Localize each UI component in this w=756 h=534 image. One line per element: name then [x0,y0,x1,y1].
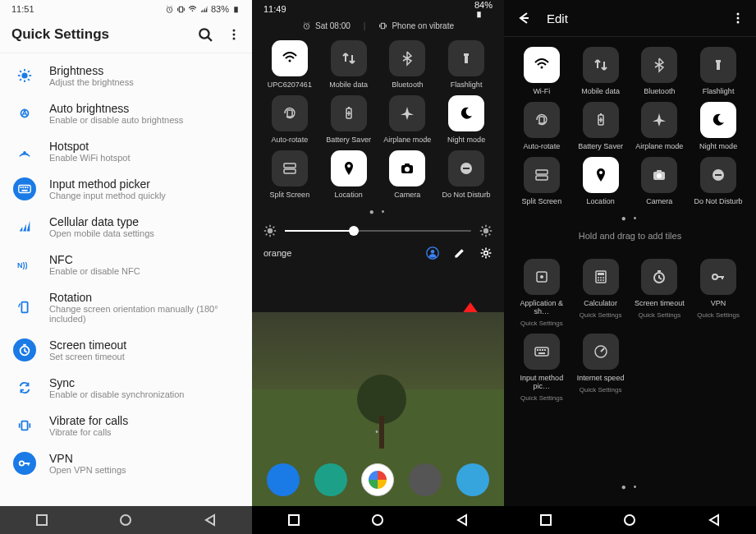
tile[interactable]: UPC6207461 [260,40,319,89]
tile-sublabel: Quick Settings [580,386,622,394]
status-time: 11:49 [263,4,286,14]
tile[interactable]: Split Screen [512,157,571,205]
brightness-auto-icon[interactable] [479,224,493,237]
hint-text: Hold and drag to add tiles [504,231,756,241]
vpn-icon [13,452,36,475]
more-icon[interactable] [731,12,745,25]
list-item[interactable]: Auto brightness Enable or disable auto b… [0,94,252,132]
tile[interactable]: Mobile data [319,40,378,89]
list-item[interactable]: Rotation Change screen orientation manua… [0,283,252,331]
tile[interactable]: Location [571,157,630,205]
list-item[interactable]: Brightness Adjust the brightness [0,57,252,94]
airplane-tile-icon [389,95,425,131]
tile-label: Bluetooth [644,87,675,95]
tile[interactable]: Battery Saver [571,102,630,150]
nav-back-icon[interactable] [706,512,722,528]
page-dots: ● • [252,207,504,216]
tile[interactable]: Airplane mode [378,95,438,144]
edit-panel: Edit Wi-Fi Mobile data Bluetooth Flashli… [504,0,756,534]
tile[interactable]: Camera [378,150,438,199]
tile[interactable]: Flashlight [437,40,496,89]
tile-label: Split Screen [270,191,310,199]
ringer-text: Phone on vibrate [392,21,454,30]
edit-icon[interactable] [453,246,466,260]
item-title: Rotation [49,291,239,304]
tile[interactable]: Airplane mode [630,102,690,150]
hotspot-icon [13,140,36,163]
more-icon[interactable] [227,28,241,41]
nav-back-icon[interactable] [202,512,218,528]
nav-home-icon[interactable] [621,512,638,528]
tile[interactable]: VPN Quick Settings [689,259,748,327]
tile-label: Screen timeout [635,299,685,307]
tile[interactable]: Night mode [437,95,496,144]
nav-back-icon[interactable] [454,512,470,528]
nav-bar [252,506,504,534]
status-bar: 11:51 83% [0,0,252,18]
dock-messages-icon[interactable] [314,463,347,496]
tile[interactable]: Split Screen [260,150,319,199]
back-icon[interactable] [515,10,532,26]
tile[interactable]: Screen timeout Quick Settings [630,259,690,327]
list-item[interactable]: NFC Enable or disable NFC [0,246,252,283]
tile[interactable]: Auto-rotate [512,102,571,150]
splitscreen-tile-icon [524,157,560,193]
gear-icon[interactable] [479,246,493,260]
list-item[interactable]: Sync Enable or disable synchronization [0,369,252,407]
tile[interactable]: Location [319,150,378,199]
tile-sublabel: Quick Settings [639,311,681,319]
item-title: NFC [49,253,140,266]
keyboard-icon [13,177,36,200]
tile[interactable]: Auto-rotate [260,95,319,144]
dnd-tile-icon [700,157,736,193]
nav-recent-icon[interactable] [538,512,554,528]
tile[interactable]: Camera [630,157,690,205]
tile[interactable]: Do Not Disturb [689,157,748,205]
list-item[interactable]: Cellular data type Open mobile data sett… [0,208,252,246]
tile[interactable]: Do Not Disturb [437,150,496,199]
page-title: Edit [547,12,568,25]
item-subtitle: Enable WiFi hotspot [49,153,130,163]
tile-label: Do Not Disturb [694,197,743,205]
tile-label: Application & sh… [512,299,571,315]
dock-camera-icon[interactable] [409,463,442,496]
tile-label: UPC6207461 [268,81,312,89]
nightmode-tile-icon [700,102,736,138]
dock-phone-icon[interactable] [267,463,300,496]
tile[interactable]: Wi-Fi [512,47,571,95]
tile[interactable]: Calculator Quick Settings [571,259,630,327]
tile[interactable]: Flashlight [689,47,748,95]
autorotate-tile-icon [272,95,308,131]
list-item[interactable]: Input method picker Change input method … [0,170,252,208]
tile[interactable]: Bluetooth [378,40,438,89]
search-icon[interactable] [198,27,213,42]
nav-home-icon[interactable] [117,512,134,528]
nav-home-icon[interactable] [369,512,386,528]
tile[interactable]: Input method pic… Quick Settings [512,334,571,402]
tile[interactable]: Application & sh… Quick Settings [512,259,571,327]
list-item[interactable]: Hotspot Enable WiFi hotspot [0,132,252,170]
user-icon[interactable] [425,246,440,260]
tile[interactable]: Bluetooth [630,47,690,95]
tile[interactable]: Mobile data [571,47,630,95]
app-tile-icon [524,259,560,295]
tile-sublabel: Quick Settings [520,394,563,402]
tile-label: Input method pic… [512,374,571,390]
item-title: Cellular data type [49,215,154,228]
tile[interactable]: Night mode [689,102,748,150]
list-item[interactable]: Vibrate for calls Vibrate for calls [0,407,252,444]
nav-recent-icon[interactable] [286,512,302,528]
tile[interactable]: Battery Saver [319,95,378,144]
list-item[interactable]: VPN Open VPN settings [0,444,252,482]
page-title: Quick Settings [11,26,109,43]
brightness-slider[interactable] [285,230,471,232]
header: Quick Settings [0,18,252,53]
battery-text: 83% [211,4,229,14]
dock-app-icon[interactable] [456,463,489,496]
dock-chrome-icon[interactable] [361,463,394,496]
nav-recent-icon[interactable] [34,512,50,528]
list-item[interactable]: Screen timeout Set screen timeout [0,331,252,369]
tile-label: Auto-rotate [524,142,561,150]
tile[interactable]: Internet speed Quick Settings [571,334,630,402]
tile-label: Airplane mode [383,136,431,144]
